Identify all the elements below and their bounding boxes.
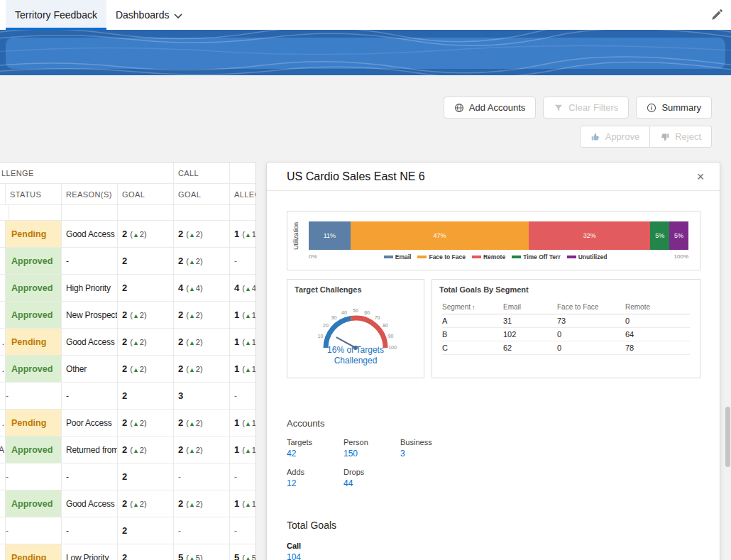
table-row[interactable]: PendingLow Priority25(▲5)5(▲5) xyxy=(0,544,255,560)
column-header[interactable]: REASON(S) xyxy=(62,184,118,205)
goal-cell: 2(▲2) xyxy=(174,248,230,275)
status-cell: Approved xyxy=(6,490,62,517)
status-cell: Approved xyxy=(6,275,62,302)
scrollbar-thumb[interactable] xyxy=(725,407,730,467)
tab-territory-feedback[interactable]: Territory Feedback xyxy=(6,0,106,30)
row-edge-fragment: . xyxy=(0,410,6,437)
column-header[interactable]: GOAL xyxy=(174,184,230,205)
utilization-segment: 11% xyxy=(309,221,351,250)
card-title: Target Challenges xyxy=(287,280,369,294)
summary-button[interactable]: Summary xyxy=(636,97,712,119)
table-group-header: LLENGE CALL xyxy=(0,163,255,184)
status-cell: Pending xyxy=(6,410,62,437)
table-row[interactable]: --2-- xyxy=(0,463,255,490)
goal-cell: 1(▲1) xyxy=(230,490,256,517)
row-edge-fragment: . xyxy=(0,356,6,383)
status-badge: Pending xyxy=(6,410,61,436)
add-accounts-button[interactable]: Add Accounts xyxy=(444,97,537,119)
utilization-segment: 47% xyxy=(351,221,529,250)
legend-swatch xyxy=(472,256,481,258)
goal-cell: - xyxy=(230,383,256,410)
delta-up-icon: ▲ xyxy=(189,312,195,319)
reject-button[interactable]: Reject xyxy=(650,126,712,148)
segment-column-header[interactable]: Email xyxy=(503,303,557,311)
table-row[interactable]: .ApprovedOther2(▲2)2(▲2)1(▲1) xyxy=(0,356,255,383)
table-row[interactable]: .PendingPoor Access2(▲2)2(▲2)1(▲1) xyxy=(0,410,255,437)
stat-value-link[interactable]: 12 xyxy=(287,478,343,488)
goals-by-segment-card: Total Goals By Segment Segment↑EmailFace… xyxy=(432,279,700,378)
status-badge: Pending xyxy=(6,544,61,560)
segment-column-header[interactable]: Remote xyxy=(625,303,690,311)
edit-pencil-icon[interactable] xyxy=(710,8,725,22)
stat-value-link[interactable]: 44 xyxy=(343,478,400,488)
row-edge-fragment xyxy=(0,383,6,410)
status-cell: - xyxy=(6,463,62,490)
stat-value-link[interactable]: 150 xyxy=(343,449,400,459)
status-cell: Approved xyxy=(6,302,62,329)
goal-cell: 1(▲1) xyxy=(230,437,256,463)
svg-text:10: 10 xyxy=(318,334,324,339)
stat-value-link[interactable]: 3 xyxy=(400,449,457,459)
close-panel-button[interactable]: × xyxy=(691,168,710,186)
table-row[interactable]: ApprovedHigh Priority24(▲4)4(▲4) xyxy=(0,275,255,302)
goal-cell: - xyxy=(230,463,256,490)
gauge-caption-line2: Challenged xyxy=(327,356,384,366)
account-stat-row: Targets42Person150Business3 xyxy=(287,438,700,459)
column-header[interactable]: STATUS xyxy=(6,184,62,205)
table-row[interactable]: PendingGood Access2(▲2)2(▲2)1(▲1) xyxy=(0,221,255,248)
goal-cell: 2 xyxy=(118,544,174,560)
table-row[interactable]: Approved-22(▲2)- xyxy=(0,248,255,275)
table-row[interactable]: .PendingGood Access2(▲2)2(▲2)1(▲1) xyxy=(0,329,255,356)
segment-cell: 64 xyxy=(625,330,690,339)
call-goal-link[interactable]: 104 xyxy=(287,552,700,560)
row-edge-fragment: . xyxy=(0,329,6,356)
svg-text:90: 90 xyxy=(388,334,394,339)
goal-cell: 2(▲2) xyxy=(118,356,174,383)
panel-cards-row: Target Challenges 102030405060708090100 … xyxy=(287,279,700,378)
column-header[interactable]: GOAL xyxy=(118,184,174,205)
status-badge: Approved xyxy=(6,490,61,517)
clear-filters-button[interactable]: Clear Filters xyxy=(543,97,629,119)
delta-up-icon: ▲ xyxy=(133,420,139,427)
column-header[interactable]: ALLEG xyxy=(230,184,256,205)
reason-cell: New Prospect xyxy=(62,302,118,329)
button-label: Summary xyxy=(661,102,701,113)
table-row[interactable]: ApprovedGood Access2(▲2)2(▲2)1(▲1) xyxy=(0,490,255,517)
approve-button[interactable]: Approve xyxy=(580,126,650,148)
goal-cell: 1(▲1) xyxy=(230,356,256,383)
goal-cell: - xyxy=(174,463,230,490)
account-stat: Targets42 xyxy=(287,438,343,459)
status-badge: Approved xyxy=(6,275,61,301)
x-axis-min-label: 0% xyxy=(309,253,317,260)
goal-cell: - xyxy=(230,248,256,275)
tab-dashboards[interactable]: Dashboards xyxy=(106,0,192,30)
legend-swatch xyxy=(512,256,521,258)
table-row[interactable]: AApprovedReturned from I2(▲2)2(▲2)1(▲1) xyxy=(0,437,255,463)
status-cell: - xyxy=(6,383,62,410)
segment-table: Segment↑EmailFace to FaceRemote A31730B1… xyxy=(432,294,700,355)
status-badge: Approved xyxy=(6,248,61,274)
reason-cell: - xyxy=(62,383,118,410)
status-badge: Approved xyxy=(6,356,61,382)
goal-cell: 4(▲4) xyxy=(174,275,230,302)
reason-cell: Returned from I xyxy=(62,437,118,463)
stat-label: Business xyxy=(400,438,457,446)
segment-column-header[interactable]: Segment↑ xyxy=(442,303,503,311)
table-row[interactable]: ApprovedNew Prospect2(▲2)2(▲2)1(▲1) xyxy=(0,302,255,329)
segment-table-row: B102064 xyxy=(442,328,690,341)
segment-column-header[interactable]: Face to Face xyxy=(557,303,625,311)
delta-up-icon: ▲ xyxy=(245,285,251,292)
segment-table-header: Segment↑EmailFace to FaceRemote xyxy=(442,300,690,314)
goal-cell: 1(▲1) xyxy=(230,302,256,329)
gauge-caption-line1: 16% of Targets xyxy=(327,345,384,356)
goal-cell: 2(▲2) xyxy=(118,302,174,329)
status-badge: Pending xyxy=(6,221,61,247)
chevron-down-icon xyxy=(174,13,182,18)
table-row[interactable]: --23- xyxy=(0,383,255,410)
row-edge-fragment xyxy=(0,248,6,275)
card-title: Total Goals By Segment xyxy=(432,280,700,294)
filter-icon xyxy=(554,103,564,113)
reason-cell: Good Access xyxy=(62,221,118,248)
table-row[interactable]: --2-- xyxy=(0,517,255,544)
stat-value-link[interactable]: 42 xyxy=(287,449,343,459)
